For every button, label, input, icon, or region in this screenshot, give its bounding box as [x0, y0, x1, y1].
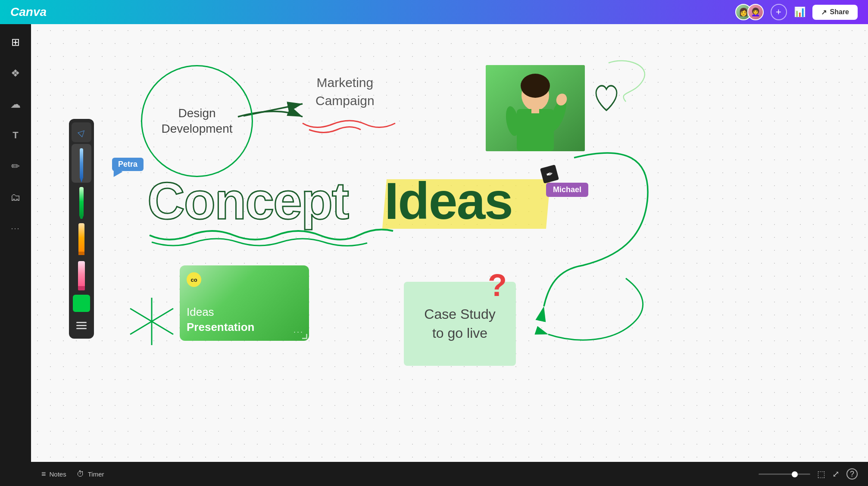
design-development-text: Design Development — [162, 106, 233, 137]
timer-button[interactable]: ⏱ Timer — [77, 470, 104, 479]
share-label: Share — [830, 8, 849, 16]
michael-label: Michael — [553, 185, 581, 194]
canvas-area[interactable]: ▷ — [31, 24, 868, 486]
share-button[interactable]: ↗ Share — [812, 5, 858, 20]
ideas-card-logo: co — [187, 272, 201, 287]
cursor-tool[interactable]: ▷ — [72, 122, 91, 142]
marketing-campaign-text: Marketing Campaign — [315, 74, 375, 110]
topbar: Canva 👩 👩‍🦱 + 📊 ↗ Share — [0, 0, 868, 24]
photo-placeholder — [486, 65, 585, 151]
ideas-presentation-card[interactable]: co Ideas Presentation ··· — [180, 265, 309, 341]
help-icon[interactable]: ? — [846, 468, 858, 480]
pen-edit-icon: ✒ — [540, 165, 559, 184]
share-icon: ↗ — [821, 8, 827, 16]
timer-icon: ⏱ — [77, 470, 84, 479]
question-mark: ? — [488, 270, 507, 301]
concept-text[interactable]: Concept — [147, 175, 348, 227]
highlighter-tool[interactable] — [72, 221, 91, 255]
sidebar-item-text[interactable]: T — [6, 126, 25, 145]
sidebar-item-elements[interactable]: ❖ — [6, 64, 25, 83]
ideas-text[interactable]: Ideas — [384, 175, 512, 227]
sidebar-item-home[interactable]: ⊞ — [6, 33, 25, 52]
michael-cursor-badge: Michael — [546, 183, 588, 197]
bottom-right-controls: ⬚ ⤢ ? — [759, 468, 858, 480]
topbar-right-controls: 👩 👩‍🦱 + 📊 ↗ Share — [735, 4, 858, 20]
marker-tool[interactable] — [72, 184, 91, 219]
zoom-thumb[interactable] — [792, 471, 798, 477]
sidebar-item-draw[interactable]: ✏ — [6, 157, 25, 176]
sidebar-item-folder[interactable]: 🗂 — [6, 188, 25, 207]
heart-doodle — [593, 82, 620, 124]
pen-tool[interactable] — [72, 144, 91, 183]
eraser-tool[interactable] — [72, 257, 91, 291]
photo-frame — [486, 65, 585, 151]
petra-label: Petra — [118, 160, 137, 168]
svg-rect-8 — [517, 109, 554, 151]
add-collaborator-button[interactable]: + — [771, 4, 787, 20]
resize-handle[interactable] — [302, 334, 307, 339]
screen-view-icon[interactable]: ⬚ — [817, 469, 825, 479]
star-doodle — [128, 296, 175, 349]
sidebar-item-more[interactable]: ··· — [6, 219, 25, 238]
avatar-2: 👩‍🦱 — [747, 4, 764, 20]
svg-rect-9 — [531, 106, 539, 113]
left-sidebar: ⊞ ❖ ☁ T ✏ 🗂 ··· — [0, 24, 31, 486]
ideas-card-title: Ideas — [187, 305, 302, 319]
notes-button[interactable]: ≡ Notes — [41, 470, 66, 479]
zoom-track[interactable] — [759, 474, 810, 475]
collaborators-avatars: 👩 👩‍🦱 — [735, 4, 764, 20]
tools-menu[interactable] — [72, 315, 91, 335]
bottom-bar: ≡ Notes ⏱ Timer ⬚ ⤢ ? — [31, 462, 868, 486]
svg-point-7 — [521, 74, 550, 98]
timer-label: Timer — [88, 470, 104, 478]
design-development-node[interactable]: Design Development — [141, 65, 253, 177]
notes-label: Notes — [50, 470, 66, 478]
tools-panel: ▷ — [69, 119, 94, 339]
pen-symbol: ✒ — [545, 168, 555, 180]
canva-logo: Canva — [10, 5, 47, 19]
zoom-control[interactable] — [759, 474, 810, 475]
bottom-left-controls: ≡ Notes ⏱ Timer — [41, 470, 104, 479]
main-layout: ⊞ ❖ ☁ T ✏ 🗂 ··· — [0, 24, 868, 486]
ideas-card-subtitle: Presentation — [187, 321, 302, 334]
fullscreen-icon[interactable]: ⤢ — [832, 469, 840, 479]
case-study-text: Case Study to go live — [424, 305, 495, 342]
color-swatch[interactable] — [73, 295, 90, 312]
sidebar-item-uploads[interactable]: ☁ — [6, 95, 25, 114]
notes-icon: ≡ — [41, 470, 46, 479]
analytics-icon[interactable]: 📊 — [794, 6, 806, 18]
